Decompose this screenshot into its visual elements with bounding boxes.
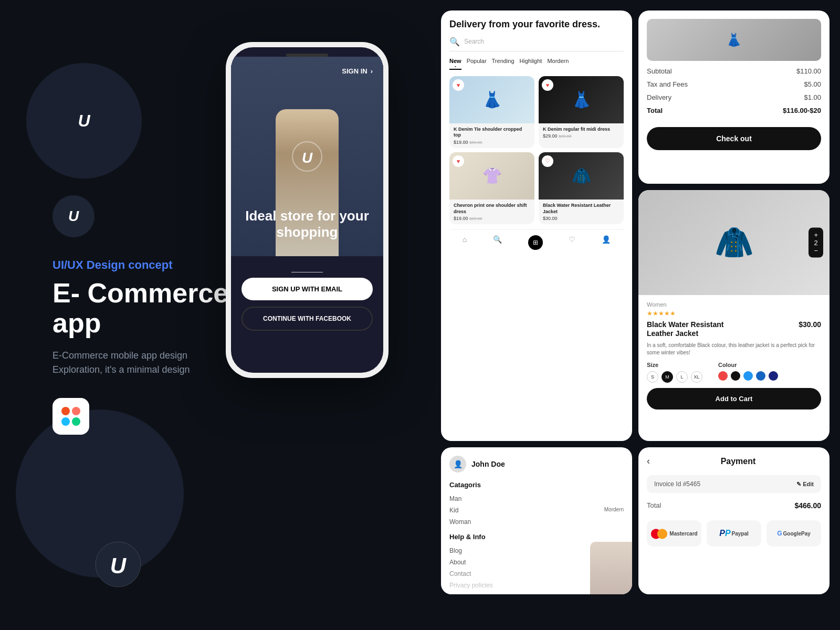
heart-btn-2[interactable]: ♥ xyxy=(542,79,553,91)
signup-email-button[interactable]: SIGN UP WITH EMAIL xyxy=(242,278,373,300)
product-name-1: K Denim Tie shoulder cropped top xyxy=(454,127,530,139)
heart-btn-3[interactable]: ♥ xyxy=(453,155,464,167)
mordern-tag: Mordern xyxy=(604,507,624,514)
product-card-4[interactable]: 🧥 ♡ Black Water Resistant Leather Jacket… xyxy=(539,152,624,224)
tab-new[interactable]: New xyxy=(449,58,461,70)
home-nav-icon[interactable]: ⌂ xyxy=(463,235,467,250)
phone-actions: SIGN UP WITH EMAIL CONTINUE WITH FACEBOO… xyxy=(231,256,383,336)
colour-options xyxy=(718,371,778,381)
facebook-login-button[interactable]: CONTINUE WITH FACEBOOK xyxy=(242,307,373,331)
subtitle: UI/UX Design concept xyxy=(52,258,247,272)
help-title: Help & Info xyxy=(449,533,624,541)
product-name-price-row: Black Water Resistant Leather Jacket $30… xyxy=(647,320,821,338)
payment-title: Payment xyxy=(655,457,821,466)
invoice-row: Invoice Id #5465 ✎ Edit xyxy=(647,475,821,493)
colour-section: Colour xyxy=(718,362,778,383)
shopping-header: Delivery from your favorite dress. xyxy=(449,19,624,30)
subtotal-value: $110.00 xyxy=(796,67,821,75)
arrow-icon: › xyxy=(371,67,373,75)
colour-label: Colour xyxy=(718,362,778,368)
add-to-cart-button[interactable]: Add to Cart xyxy=(647,388,821,410)
product-price-3: $19.00 $29.00 xyxy=(454,216,530,221)
figma-badge xyxy=(52,398,89,435)
search-bar[interactable]: 🔍 Search xyxy=(449,37,624,51)
product-name-2: K Denim regular fit midi dress xyxy=(543,127,620,133)
left-panel: U UI/UX Design concept E- Commerce app E… xyxy=(21,0,247,630)
size-options: S M L XL xyxy=(647,371,702,383)
total-label-checkout: Total xyxy=(647,107,663,114)
phone-screen: SIGN IN › U Ideal store for your shoppin… xyxy=(231,47,383,373)
total-value-checkout: $116.00-$20 xyxy=(783,107,821,114)
payment-back-button[interactable]: ‹ xyxy=(647,456,650,467)
product-stars: ★★★★★ xyxy=(647,310,821,317)
product-detail-screen: 🧥 + 2 − Women ★★★★★ Black Water Resistan… xyxy=(638,190,830,441)
size-colour-row: Size S M L XL Colour xyxy=(647,362,821,383)
phone-hero-text: Ideal store for your shopping xyxy=(231,208,383,240)
svg-text:U: U xyxy=(110,553,127,578)
payment-total-row: Total $466.00 xyxy=(647,498,821,513)
phone-sign-in[interactable]: SIGN IN › xyxy=(342,67,373,75)
tax-value: $5.00 xyxy=(804,80,821,88)
size-s[interactable]: S xyxy=(647,371,658,383)
menu-item-man[interactable]: Man xyxy=(449,493,624,505)
menu-person-preview xyxy=(590,542,632,594)
heart-btn-1[interactable]: ♥ xyxy=(453,79,464,91)
phone-center-logo: U xyxy=(291,141,323,172)
size-l[interactable]: L xyxy=(676,371,688,383)
payment-total-label: Total xyxy=(647,501,661,510)
menu-item-woman[interactable]: Woman xyxy=(449,516,624,528)
product-grid: 👗 ♥ K Denim Tie shoulder cropped top $19… xyxy=(449,76,624,225)
menu-item-kid[interactable]: Kid Mordern xyxy=(449,505,624,516)
search-nav-icon[interactable]: 🔍 xyxy=(493,235,502,250)
phone-outer-shell: SIGN IN › U Ideal store for your shoppin… xyxy=(226,42,388,378)
tab-highlight[interactable]: Highlight xyxy=(520,58,542,70)
size-xl[interactable]: XL xyxy=(691,371,702,383)
googlepay-option[interactable]: G GooglePay xyxy=(766,520,821,547)
checkout-button[interactable]: Check out xyxy=(647,127,821,150)
tab-mordern[interactable]: Mordern xyxy=(547,58,569,70)
delivery-value: $1.00 xyxy=(804,93,821,101)
colour-red[interactable] xyxy=(718,371,728,381)
tax-label: Tax and Fees xyxy=(647,80,688,88)
svg-text:U: U xyxy=(302,150,313,166)
subtotal-label: Subtotal xyxy=(647,67,672,75)
invoice-edit-button[interactable]: ✎ Edit xyxy=(796,481,814,488)
product-card-1[interactable]: 👗 ♥ K Denim Tie shoulder cropped top $19… xyxy=(449,76,534,148)
phone-hero-section: SIGN IN › U Ideal store for your shoppin… xyxy=(231,57,383,256)
mastercard-option[interactable]: ⬤ ⬤ Mastercard xyxy=(647,520,701,547)
product-detail-price: $30.00 xyxy=(799,320,821,329)
product-info-2: K Denim regular fit midi dress $29.00 $3… xyxy=(539,123,624,142)
colour-black[interactable] xyxy=(731,371,740,381)
paypal-option[interactable]: P P Paypal xyxy=(707,520,761,547)
size-m[interactable]: M xyxy=(662,371,673,383)
tab-trending[interactable]: Trending xyxy=(492,58,514,70)
scan-nav-icon[interactable]: ⊞ xyxy=(528,235,543,250)
checkout-screen: 👗 Subtotal $110.00 Tax and Fees $5.00 De… xyxy=(638,10,830,184)
colour-blue[interactable] xyxy=(743,371,753,381)
colour-darkblue[interactable] xyxy=(756,371,765,381)
size-label: Size xyxy=(647,362,702,368)
category-tabs: New Popular Trending Highlight Mordern xyxy=(449,58,624,70)
product-category: Women xyxy=(647,301,821,308)
product-name-4: Black Water Resistant Leather Jacket xyxy=(543,203,620,215)
screens-container: Delivery from your favorite dress. 🔍 Sea… xyxy=(430,0,840,630)
phone-mockup: SIGN IN › U Ideal store for your shoppin… xyxy=(226,42,394,388)
colour-navy[interactable] xyxy=(769,371,778,381)
quantity-badge[interactable]: + 2 − xyxy=(808,227,823,257)
product-info-1: K Denim Tie shoulder cropped top $19.00 … xyxy=(449,123,534,148)
heart-nav-icon[interactable]: ♡ xyxy=(569,235,575,250)
product-card-2[interactable]: 👗 ♥ K Denim regular fit midi dress $29.0… xyxy=(539,76,624,148)
invoice-label: Invoice Id #5465 xyxy=(654,480,700,488)
delivery-label: Delivery xyxy=(647,93,671,101)
product-card-3[interactable]: 👚 ♥ Chevron print one shoulder shift dre… xyxy=(449,152,534,224)
product-detail-image: 🧥 + 2 − xyxy=(638,190,830,295)
logo-svg: U xyxy=(94,541,142,588)
product-detail-name: Black Water Resistant Leather Jacket xyxy=(647,320,731,338)
user-nav-icon[interactable]: 👤 xyxy=(602,235,611,250)
tab-popular[interactable]: Popular xyxy=(467,58,487,70)
description: E-Commerce mobile app design Exploration… xyxy=(52,349,231,377)
menu-username: John Doe xyxy=(471,460,505,468)
product-info-4: Black Water Resistant Leather Jacket $30… xyxy=(539,200,624,224)
heart-btn-4[interactable]: ♡ xyxy=(542,155,553,167)
menu-screen: 👤 John Doe Catagoris Man Kid Mordern Wom… xyxy=(441,447,632,594)
